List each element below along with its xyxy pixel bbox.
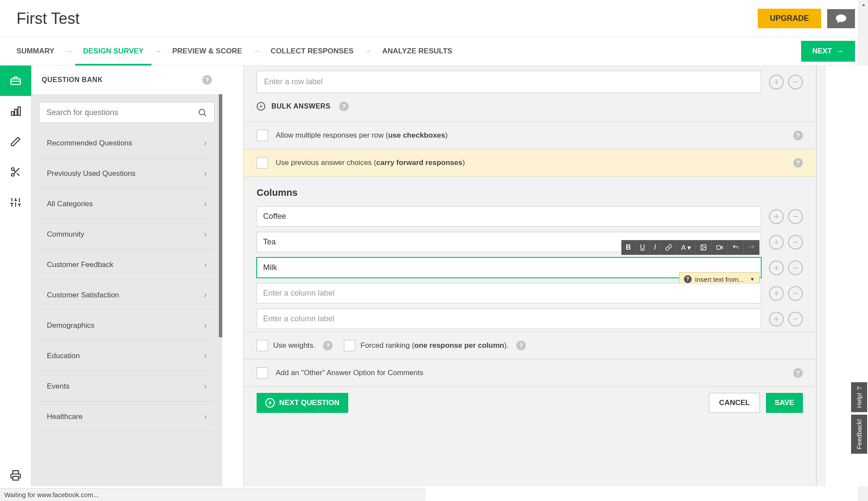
rail-print[interactable] <box>0 465 31 486</box>
sliders-icon <box>10 197 21 208</box>
rte-image-button[interactable] <box>696 240 712 255</box>
category-education[interactable]: Education› <box>39 341 215 371</box>
chat-button[interactable] <box>827 9 855 28</box>
scroll-up-icon[interactable]: ▲ <box>859 0 868 9</box>
chevron-right-icon: › <box>204 260 207 269</box>
add-column-button[interactable]: + <box>769 209 784 224</box>
svg-rect-6 <box>13 476 18 480</box>
canvas-scrollbar[interactable] <box>816 66 826 486</box>
help-icon[interactable]: ? <box>793 368 803 378</box>
column-input-1[interactable] <box>257 206 761 227</box>
arrow-icon: → <box>361 47 374 56</box>
rte-bold-button[interactable]: B <box>621 240 636 255</box>
search-input[interactable] <box>46 108 198 117</box>
sidebar: QUESTION BANK ? Recommended Questions› P… <box>31 66 222 486</box>
chevron-right-icon: › <box>204 412 207 421</box>
add-column-button[interactable]: + <box>769 286 784 301</box>
column-row: + − <box>244 280 816 306</box>
category-healthcare[interactable]: Healthcare› <box>39 402 215 432</box>
row-label-input[interactable]: Enter a row label <box>257 71 761 93</box>
remove-column-button[interactable]: − <box>788 235 803 250</box>
blocks-icon <box>10 105 21 117</box>
plus-circle-icon: + <box>257 102 265 111</box>
category-customer-satisfaction[interactable]: Customer Satisfaction› <box>39 280 215 310</box>
help-side-button[interactable]: Help! ? <box>851 382 867 412</box>
help-icon[interactable]: ? <box>202 75 212 85</box>
other-option-label: Add an "Other" Answer Option for Comment… <box>276 369 423 377</box>
tab-collect-responses[interactable]: COLLECT RESPONSES <box>263 37 361 65</box>
tab-analyze-results[interactable]: ANALYZE RESULTS <box>374 37 460 65</box>
rte-undo-button[interactable] <box>728 240 744 255</box>
remove-column-button[interactable]: − <box>788 286 803 301</box>
rte-redo-button[interactable] <box>744 240 759 255</box>
remove-column-button[interactable]: − <box>788 260 803 275</box>
allow-multiple-label: Allow multiple responses per row (use ch… <box>276 131 448 140</box>
rail-builder[interactable] <box>0 96 31 126</box>
help-icon[interactable]: ? <box>793 158 803 168</box>
weights-ranking-row: Use weights. ? Forced ranking (one respo… <box>244 332 816 359</box>
category-all[interactable]: All Categories› <box>39 189 215 219</box>
svg-rect-10 <box>716 246 720 249</box>
rte-italic-button[interactable]: I <box>650 240 660 255</box>
sidebar-scrollbar[interactable] <box>219 94 222 337</box>
add-column-button[interactable]: + <box>769 260 784 275</box>
sidebar-categories: Recommended Questions› Previously Used Q… <box>39 128 215 432</box>
search-input-wrapper[interactable] <box>39 102 215 123</box>
rte-link-button[interactable] <box>661 240 677 255</box>
help-icon[interactable]: ? <box>793 131 803 140</box>
remove-row-button[interactable]: − <box>788 75 803 89</box>
arrow-right-icon: → <box>836 47 844 56</box>
column-row-active: B U I A ▾ + − <box>244 255 816 280</box>
column-input-5[interactable] <box>257 309 761 329</box>
next-question-button[interactable]: + NEXT QUESTION <box>257 393 348 413</box>
header: First Test UPGRADE <box>0 0 868 37</box>
rte-font-button[interactable]: A ▾ <box>677 240 696 255</box>
feedback-side-button[interactable]: Feedback! <box>851 415 867 454</box>
remove-column-button[interactable]: − <box>788 312 803 326</box>
upgrade-button[interactable]: UPGRADE <box>758 9 821 28</box>
rail-question-bank[interactable] <box>0 66 31 96</box>
category-community[interactable]: Community› <box>39 219 215 250</box>
other-option-checkbox[interactable] <box>257 367 268 379</box>
forced-ranking-checkbox[interactable] <box>344 340 355 351</box>
column-input-4[interactable] <box>257 283 761 303</box>
use-weights-checkbox[interactable] <box>257 340 268 351</box>
tab-design-survey[interactable]: DESIGN SURVEY <box>75 37 152 65</box>
tab-summary[interactable]: SUMMARY <box>0 37 62 65</box>
column-row: + − <box>244 204 816 229</box>
add-column-button[interactable]: + <box>769 235 784 250</box>
category-previously-used[interactable]: Previously Used Questions› <box>39 158 215 189</box>
add-column-button[interactable]: + <box>769 312 784 326</box>
allow-multiple-checkbox[interactable] <box>257 130 268 141</box>
svg-point-4 <box>11 168 14 171</box>
rte-underline-button[interactable]: U <box>636 240 650 255</box>
next-button[interactable]: NEXT → <box>801 41 855 62</box>
carry-forward-row: Use previous answer choices (carry forwa… <box>244 149 816 176</box>
bulk-answers-button[interactable]: BULK ANSWERS <box>271 102 330 110</box>
cancel-button[interactable]: CANCEL <box>709 393 760 413</box>
help-icon[interactable]: ? <box>323 341 333 350</box>
rail-logic[interactable] <box>0 157 31 187</box>
column-row: + − <box>244 306 816 332</box>
rail-options[interactable] <box>0 187 31 218</box>
svg-point-9 <box>702 246 703 247</box>
category-recommended[interactable]: Recommended Questions› <box>39 128 215 158</box>
rte-video-button[interactable] <box>712 240 728 255</box>
save-button[interactable]: SAVE <box>766 393 803 413</box>
help-icon[interactable]: ? <box>339 102 349 111</box>
bulk-answers-row: + BULK ANSWERS ? <box>244 98 816 122</box>
category-events[interactable]: Events› <box>39 371 215 402</box>
remove-column-button[interactable]: − <box>788 209 803 224</box>
help-icon[interactable]: ? <box>516 341 526 350</box>
svg-rect-1 <box>11 112 13 115</box>
use-weights-label: Use weights. <box>273 341 315 350</box>
arrow-icon: → <box>250 47 263 56</box>
category-demographics[interactable]: Demographics› <box>39 310 215 341</box>
carry-forward-checkbox[interactable] <box>257 157 268 168</box>
category-customer-feedback[interactable]: Customer Feedback› <box>39 250 215 280</box>
chevron-right-icon: › <box>204 351 207 360</box>
tab-preview-score[interactable]: PREVIEW & SCORE <box>165 37 250 65</box>
next-label: NEXT <box>812 47 832 56</box>
rail-themes[interactable] <box>0 126 31 157</box>
add-row-button[interactable]: + <box>769 75 784 89</box>
